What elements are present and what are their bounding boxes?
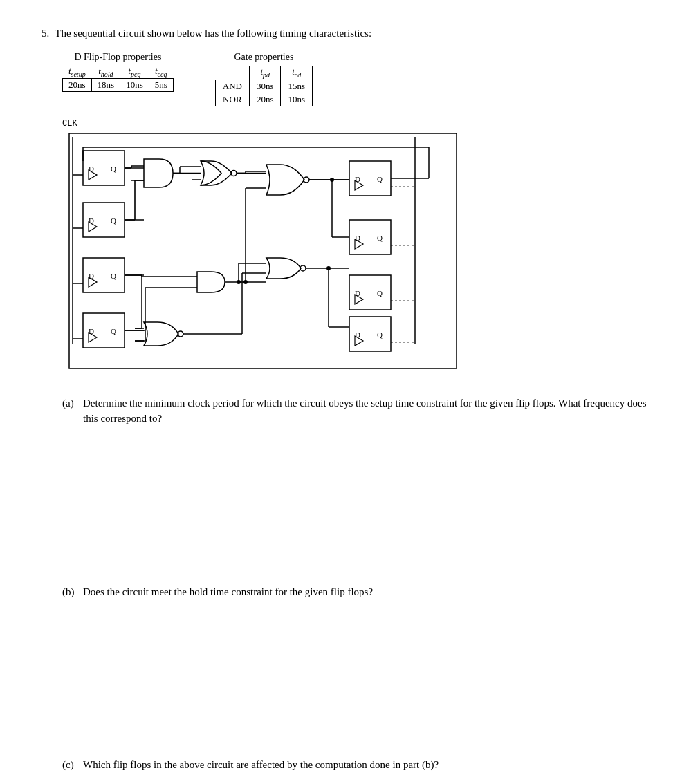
part-b-label: (b): [62, 584, 77, 600]
question-part-a: (a) Determine the minimum clock period f…: [62, 395, 658, 427]
part-a-text: Determine the minimum clock period for w…: [83, 395, 658, 427]
svg-text:Q: Q: [377, 330, 383, 339]
part-c-text: Which flip flops in the above circuit ar…: [83, 757, 439, 773]
gate-table-section: Gate properties tpd tcd AND 30ns 15ns NO…: [215, 52, 313, 106]
ff-header-setup: tsetup: [63, 66, 92, 78]
ff-table-section: D Flip-Flop properties tsetup thold tpcq…: [62, 52, 174, 92]
gate-row-nor-label: NOR: [215, 93, 249, 106]
svg-point-96: [326, 266, 331, 270]
gate-row-and-tpd: 30ns: [249, 80, 281, 93]
svg-text:Q: Q: [111, 272, 116, 280]
svg-text:Q: Q: [111, 327, 116, 335]
problem-number: 5.: [42, 28, 49, 39]
svg-point-79: [330, 178, 334, 182]
gate-header-tpd: tpd: [249, 66, 281, 80]
svg-text:Q: Q: [111, 165, 116, 173]
ff-table: tsetup thold tpcq tccq 20ns 18ns 10ns 5n…: [62, 66, 174, 92]
ff-table-title: D Flip-Flop properties: [74, 52, 161, 63]
question-part-c: (c) Which flip flops in the above circui…: [62, 757, 658, 773]
ff-header-pcq: tpcq: [120, 66, 149, 78]
svg-text:Q: Q: [377, 234, 383, 242]
answer-space-a: [42, 446, 658, 584]
part-c-label: (c): [62, 757, 77, 773]
part-b-text: Does the circuit meet the hold time cons…: [83, 584, 373, 600]
ff-header-hold: thold: [91, 66, 120, 78]
gate-row-and-tcd: 15ns: [281, 80, 313, 93]
gate-row-nor-tcd: 10ns: [281, 93, 313, 106]
svg-text:Q: Q: [377, 175, 383, 183]
ff-val-setup: 20ns: [63, 78, 92, 91]
ff-val-pcq: 10ns: [120, 78, 149, 91]
svg-text:Q: Q: [377, 289, 383, 297]
gate-row-and-label: AND: [215, 80, 249, 93]
svg-rect-0: [69, 133, 457, 368]
circuit-diagram: D Q D Q D Q D Q: [62, 130, 463, 379]
gate-table-title: Gate properties: [234, 52, 293, 63]
ff-val-hold: 18ns: [91, 78, 120, 91]
gate-header-empty: [215, 66, 249, 80]
svg-point-55: [243, 280, 248, 284]
gate-row-nor-tpd: 20ns: [249, 93, 281, 106]
circuit-section: CLK D Q D Q D Q D Q: [62, 119, 658, 379]
gate-header-tcd: tcd: [281, 66, 313, 80]
tables-container: D Flip-Flop properties tsetup thold tpcq…: [62, 52, 658, 106]
clk-label: CLK: [62, 119, 658, 129]
problem-text: The sequential circuit shown below has t…: [55, 28, 371, 39]
ff-val-ccq: 5ns: [149, 78, 173, 91]
svg-point-85: [237, 280, 241, 284]
ff-header-ccq: tccq: [149, 66, 173, 78]
answer-space-b: [42, 619, 658, 757]
gate-table: tpd tcd AND 30ns 15ns NOR 20ns 10ns: [215, 66, 313, 106]
question-part-b: (b) Does the circuit meet the hold time …: [62, 584, 658, 600]
svg-text:Q: Q: [111, 216, 116, 225]
problem-header: 5. The sequential circuit shown below ha…: [42, 28, 658, 39]
part-a-label: (a): [62, 395, 77, 411]
